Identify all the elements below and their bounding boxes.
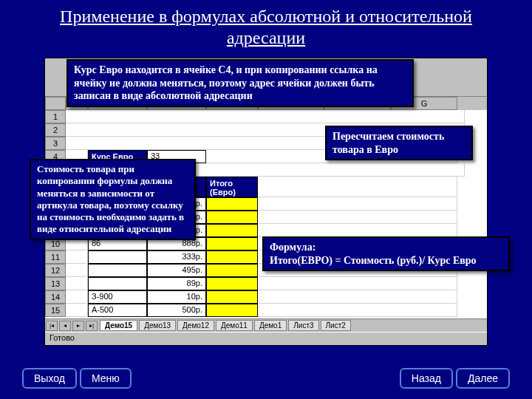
formula-text: Итого(ЕВРО) = Стоимость (руб.)/ Курс Евр… xyxy=(270,255,477,266)
cell-euro[interactable] xyxy=(206,250,258,264)
cell-cost[interactable]: 10р. xyxy=(147,290,206,304)
exit-button[interactable]: Выход xyxy=(22,368,77,389)
cell-euro[interactable] xyxy=(206,290,258,304)
callout-relative-ref: Стоимость товара при копировании формулы… xyxy=(30,159,196,240)
cell-euro[interactable] xyxy=(206,237,258,250)
cell-cost[interactable]: 500р. xyxy=(147,304,206,317)
tab-nav-first-icon[interactable]: |◂ xyxy=(46,321,58,331)
sheet-tab[interactable]: Лист2 xyxy=(321,320,351,331)
callout-recalc-euro: Пересчитаем стоимость товара в Евро xyxy=(325,126,473,160)
formula-label: Формула: xyxy=(270,242,316,253)
sheet-tabs: |◂ ◂ ▸ ▸| Демо15Демо13Демо12Демо11Демо1Л… xyxy=(45,318,487,332)
cell-euro[interactable] xyxy=(206,264,258,277)
cell-euro[interactable] xyxy=(206,211,258,224)
cell-article[interactable]: А-500 xyxy=(88,304,147,317)
cell-article[interactable]: З-900 xyxy=(88,290,147,304)
cell-cost[interactable]: 333р. xyxy=(147,250,206,264)
cell-article[interactable] xyxy=(88,264,147,277)
sheet-tab[interactable]: Демо1 xyxy=(254,320,287,331)
sheet-tab[interactable]: Лист3 xyxy=(288,320,318,331)
back-button[interactable]: Назад xyxy=(400,368,453,389)
cell-euro[interactable] xyxy=(206,277,258,290)
tab-nav-next-icon[interactable]: ▸ xyxy=(72,321,84,331)
callout-absolute-ref: Курс Евро находится в ячейке С4, и при к… xyxy=(66,59,414,107)
table-row: 14З-90010р. xyxy=(45,290,487,304)
callout-formula: Формула: Итого(ЕВРО) = Стоимость (руб.)/… xyxy=(262,236,510,271)
cell-euro[interactable] xyxy=(206,224,258,237)
tab-nav-last-icon[interactable]: ▸| xyxy=(86,321,98,331)
cell-article[interactable] xyxy=(88,277,147,290)
sheet-tab[interactable]: Демо15 xyxy=(100,320,137,331)
status-bar: Готово xyxy=(45,332,487,345)
sheet-tab[interactable]: Демо12 xyxy=(177,320,214,331)
next-button[interactable]: Далее xyxy=(456,368,510,389)
cell-euro[interactable] xyxy=(206,304,258,317)
sheet-tab[interactable]: Демо13 xyxy=(139,320,176,331)
menu-button[interactable]: Меню xyxy=(80,368,132,389)
cell-cost[interactable]: 89р. xyxy=(147,277,206,290)
cell-cost[interactable]: 495р. xyxy=(147,264,206,277)
table-row: 1389р. xyxy=(45,277,487,290)
header-total: Итого (Евро) xyxy=(206,177,258,197)
cell-euro[interactable] xyxy=(206,197,258,211)
table-row: 15А-500500р. xyxy=(45,304,487,317)
tab-nav-prev-icon[interactable]: ◂ xyxy=(59,321,71,331)
slide-title: Применение в формулах абсолютной и относ… xyxy=(0,0,532,49)
sheet-tab[interactable]: Демо11 xyxy=(216,320,253,331)
cell-article[interactable] xyxy=(88,250,147,264)
